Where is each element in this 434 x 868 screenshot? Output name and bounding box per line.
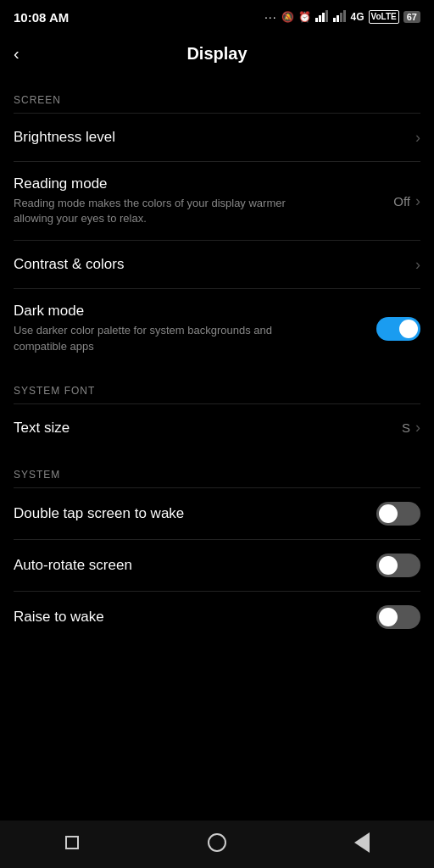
setting-raise-to-wake[interactable]: Raise to wake [0,592,434,643]
svg-rect-4 [333,18,336,22]
section-system-font: SYSTEM FONT Text size S › [0,368,434,452]
header: ‹ Display [0,31,434,77]
reading-mode-chevron: › [415,192,420,210]
recent-apps-icon [65,836,79,849]
back-button[interactable]: ‹ [14,41,26,67]
back-icon [354,832,370,853]
raise-wake-knob [379,608,398,626]
double-tap-content: Double tap screen to wake [14,505,376,522]
text-size-chevron: › [415,419,420,437]
section-label-system: SYSTEM [0,452,434,487]
contrast-chevron: › [415,256,420,274]
text-size-right: S › [402,419,420,437]
text-size-content: Text size [14,420,402,437]
raise-wake-toggle[interactable] [376,605,420,629]
setting-contrast[interactable]: Contrast & colors › [0,241,434,288]
setting-reading-mode[interactable]: Reading mode Reading mode makes the colo… [0,162,434,240]
section-label-font: SYSTEM FONT [0,368,434,403]
setting-brightness[interactable]: Brightness level › [0,114,434,161]
4g-label: 4G [351,11,364,23]
contrast-title: Contrast & colors [14,256,415,273]
double-tap-title: Double tap screen to wake [14,505,376,522]
recent-apps-button[interactable] [57,827,87,858]
svg-rect-1 [319,15,321,22]
signal-dots-icon: ··· [264,10,277,24]
svg-rect-2 [322,13,325,22]
setting-double-tap[interactable]: Double tap screen to wake [0,488,434,539]
reading-mode-content: Reading mode Reading mode makes the colo… [14,175,393,226]
dark-mode-knob [399,320,418,338]
main-content: SCREEN Brightness level › Reading mode R… [0,77,434,704]
setting-text-size[interactable]: Text size S › [0,404,434,452]
dark-mode-title: Dark mode [14,303,376,320]
setting-auto-rotate[interactable]: Auto-rotate screen [0,540,434,591]
section-screen: SCREEN Brightness level › Reading mode R… [0,77,434,368]
text-size-value: S [402,420,410,435]
double-tap-right [376,502,420,526]
raise-wake-right [376,605,420,629]
home-icon [208,833,226,852]
svg-rect-6 [340,13,342,22]
reading-mode-value: Off [393,194,410,209]
alarm-icon: ⏰ [298,11,311,23]
navigation-bar [0,821,434,868]
status-icons: ··· 🔕 ⏰ 4G VoLTE 67 [264,10,420,25]
signal-bar2-icon [333,10,347,25]
svg-rect-7 [343,10,346,22]
status-bar: 10:08 AM ··· 🔕 ⏰ 4G VoLTE 67 [0,0,434,31]
dark-mode-content: Dark mode Use darker color palette for s… [14,303,376,353]
double-tap-toggle[interactable] [376,502,420,526]
dark-mode-right [376,317,420,341]
auto-rotate-title: Auto-rotate screen [14,557,376,574]
contrast-right: › [415,256,420,274]
auto-rotate-toggle[interactable] [376,554,420,577]
brightness-chevron: › [415,129,420,147]
auto-rotate-right [376,554,420,577]
home-button[interactable] [202,827,232,858]
auto-rotate-content: Auto-rotate screen [14,557,376,574]
status-time: 10:08 AM [14,10,69,25]
contrast-content: Contrast & colors [14,256,415,273]
section-label-screen: SCREEN [0,77,434,113]
raise-wake-title: Raise to wake [14,609,376,626]
section-system: SYSTEM Double tap screen to wake Auto-ro… [0,452,434,643]
dark-mode-subtitle: Use darker color palette for system back… [14,323,302,353]
reading-mode-subtitle: Reading mode makes the colors of your di… [14,196,302,226]
brightness-title: Brightness level [14,129,415,146]
volte-badge: VoLTE [369,10,399,24]
reading-mode-title: Reading mode [14,175,393,192]
setting-dark-mode[interactable]: Dark mode Use darker color palette for s… [0,289,434,367]
brightness-content: Brightness level [14,129,415,146]
svg-rect-5 [337,15,339,22]
signal-bar-icon [315,10,329,25]
dark-mode-toggle[interactable] [376,317,420,341]
page-title: Display [186,44,247,64]
double-tap-knob [379,504,398,523]
raise-wake-content: Raise to wake [14,609,376,626]
brightness-right: › [415,129,420,147]
svg-rect-3 [326,10,328,22]
svg-rect-0 [315,18,318,22]
back-nav-button[interactable] [347,827,377,858]
auto-rotate-knob [379,556,398,575]
reading-mode-right: Off › [393,192,420,210]
battery-icon: 67 [403,11,420,23]
mute-icon: 🔕 [281,11,294,23]
text-size-title: Text size [14,420,402,437]
